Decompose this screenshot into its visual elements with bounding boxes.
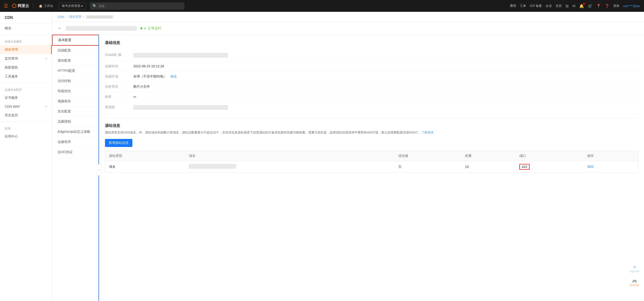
domain-management-label: 域名管理 — [5, 47, 18, 52]
resources-dropdown[interactable]: 账号全部资源 ▾ — [59, 2, 86, 9]
security-config-label: 安全配置 — [58, 109, 71, 113]
sidebar-divider-2 — [0, 83, 52, 83]
col-priority: 优先级 — [394, 151, 462, 161]
apps-icon[interactable]: ⊞ — [566, 4, 568, 8]
tag-value: ✏ — [133, 95, 638, 99]
nav-item-support[interactable]: 支持 — [556, 4, 562, 8]
sidebar-divider-1 — [0, 35, 52, 35]
nav-item-ticket[interactable]: 工单 — [520, 4, 526, 8]
resource-group-label: 资源组 — [105, 105, 133, 109]
search-input[interactable] — [98, 2, 182, 10]
nav-item-enterprise[interactable]: 企业 — [546, 4, 552, 8]
page-header: ← ✔ 正常运行 — [52, 22, 644, 35]
left-nav-traffic-limit[interactable]: 流量限制 — [52, 117, 99, 127]
sidebar-item-overview[interactable]: 概览 — [0, 24, 52, 33]
cname-value — [133, 53, 638, 58]
source-info-description: 源站类型支持OSS域名、IP、源站域名和函数计算域名，源站总数量最大不超过20个… — [105, 130, 638, 135]
sidebar-item-waf[interactable]: CDN WAF ▾ — [0, 102, 52, 111]
left-nav-origin-config[interactable]: 回源配置 — [52, 46, 99, 56]
left-nav-basic-config[interactable]: 基本配置 — [52, 35, 99, 46]
region-edit-link[interactable]: 修改 — [170, 74, 177, 78]
traffic-limit-label: 流量限制 — [58, 120, 71, 123]
waf-arrow: ▾ — [46, 105, 47, 108]
status-indicator — [140, 27, 142, 29]
add-source-button[interactable]: 新增源站信息 — [105, 139, 132, 147]
left-nav-cache-config[interactable]: 缓存配置 — [52, 56, 99, 66]
status-badge: ✔ 正常运行 — [140, 26, 161, 30]
search-icon: 🔍 — [93, 4, 97, 8]
col-domain: 域名 — [185, 151, 394, 161]
tag-label: 标签 — [105, 95, 133, 99]
quic-label: QUIC协议 — [58, 150, 72, 154]
edgescript-label: EdgeScript自定义策略 — [58, 130, 90, 133]
https-config-label: HTTPS配置 — [58, 69, 75, 72]
breadcrumb-cdn[interactable]: CDN — [58, 15, 64, 19]
edit-link[interactable]: 编辑 — [587, 165, 594, 168]
left-nav-access-control[interactable]: 访问控制 — [52, 76, 99, 86]
workspace-button[interactable]: 🏠 工作台 — [37, 3, 55, 9]
chevron-down-icon: ▾ — [81, 4, 83, 8]
sidebar-divider-3 — [0, 122, 52, 122]
cname-help-icon[interactable]: ? — [118, 53, 121, 56]
status-check-icon: ✔ — [144, 26, 146, 30]
help-icon[interactable]: ❓ — [605, 4, 610, 8]
bell-icon[interactable]: 🔔 — [579, 4, 584, 8]
refresh-label: 刷新预热 — [5, 65, 18, 70]
main-content: CDN / 域名管理 / xxxxxxxxxxxxxxxx ← ✔ 正常运行 基… — [52, 12, 644, 301]
performance-label: 性能优化 — [58, 89, 71, 93]
region-row: 加速区域 全球（不含中国内地） 修改 — [105, 72, 638, 82]
left-nav-edgescript[interactable]: EdgeScript自定义策略 — [52, 127, 99, 137]
back-button[interactable]: ← — [58, 26, 62, 31]
location-icon[interactable]: 📍 — [596, 4, 601, 8]
cname-blurred — [133, 53, 228, 58]
source-info-section-title: 源站信息 — [105, 123, 638, 128]
breadcrumb-domain-mgmt[interactable]: 域名管理 — [69, 15, 81, 19]
nav-item-icp[interactable]: ICP 备案 — [530, 4, 542, 8]
learn-more-link[interactable]: 了解更多 — [422, 131, 434, 134]
cell-action: 编辑 — [584, 161, 638, 172]
cell-domain — [185, 161, 394, 172]
user-account[interactable]: cdn****@tes — [623, 4, 640, 8]
col-port: 端口 — [516, 151, 584, 161]
menu-icon[interactable]: ☰ — [4, 3, 8, 9]
left-nav-security-config[interactable]: 安全配置 — [52, 107, 99, 117]
region-label: 加速区域 — [105, 74, 133, 79]
resource-group-row: 资源组 — [105, 102, 638, 114]
tools-label: 工具服务 — [5, 74, 18, 79]
sidebar-item-monitoring[interactable]: 监控查询 ▾ — [0, 54, 52, 63]
waf-label: CDN WAF — [5, 105, 20, 108]
left-nav-quic[interactable]: QUIC协议 — [52, 147, 99, 157]
sidebar-item-refresh[interactable]: 刷新预热 — [0, 63, 52, 72]
left-nav-edge-program[interactable]: 边缘程序 — [52, 137, 99, 147]
logo-icon: ⬡ — [12, 3, 16, 9]
nav-item-fees[interactable]: 费用 — [510, 4, 516, 8]
sidebar-item-tools[interactable]: 工具服务 — [0, 72, 52, 81]
sidebar-item-cert[interactable]: 证书服务 — [0, 93, 52, 102]
left-nav-performance[interactable]: 性能优化 — [52, 86, 99, 96]
left-nav-https-config[interactable]: HTTPS配置 — [52, 66, 99, 76]
sidebar: CDN 概览 内容分发服务 域名管理 监控查询 ▾ 刷新预热 工具服务 边缘安全… — [0, 12, 52, 301]
watermark-xzji: ✦ xzji.com — [630, 264, 639, 273]
left-navigation: 基本配置 回源配置 缓存配置 HTTPS配置 访问控制 性能优化 — [52, 35, 99, 301]
biz-type-value: 图片小文件 — [133, 85, 638, 89]
language-toggle[interactable]: 简体 — [613, 4, 620, 8]
search-bar[interactable]: 🔍 — [90, 2, 184, 10]
nav-divider-1 — [33, 3, 33, 9]
sidebar-item-domain-management[interactable]: 域名管理 — [0, 45, 52, 54]
logo-text: 阿里云 — [18, 3, 29, 8]
monitoring-label: 监控查询 — [5, 56, 18, 61]
basic-config-label: 基本配置 — [58, 38, 72, 42]
region-value: 全球（不含中国内地） 修改 — [133, 74, 638, 79]
message-icon[interactable]: ✉ — [572, 4, 576, 8]
cname-row: CNAME ? — [105, 50, 638, 61]
collapse-button[interactable]: ‹ — [96, 164, 102, 176]
sidebar-section-cdn: 内容分发服务 — [0, 37, 52, 45]
overview-label: 概览 — [5, 26, 11, 30]
nav-right-area: 费用 工单 ICP 备案 企业 支持 ⊞ ✉ 🔔 🛒 📍 ❓ 简体 cdn***… — [510, 4, 640, 8]
cell-source-type: 域名 — [105, 161, 185, 172]
sidebar-item-security-monitor[interactable]: 安全监控 — [0, 111, 52, 120]
cart-icon[interactable]: 🛒 — [588, 4, 592, 8]
sidebar-item-app-center[interactable]: 应用中心 — [0, 132, 52, 141]
left-nav-video[interactable]: 视频相关 — [52, 96, 99, 107]
tag-edit-icon[interactable]: ✏ — [133, 95, 136, 99]
